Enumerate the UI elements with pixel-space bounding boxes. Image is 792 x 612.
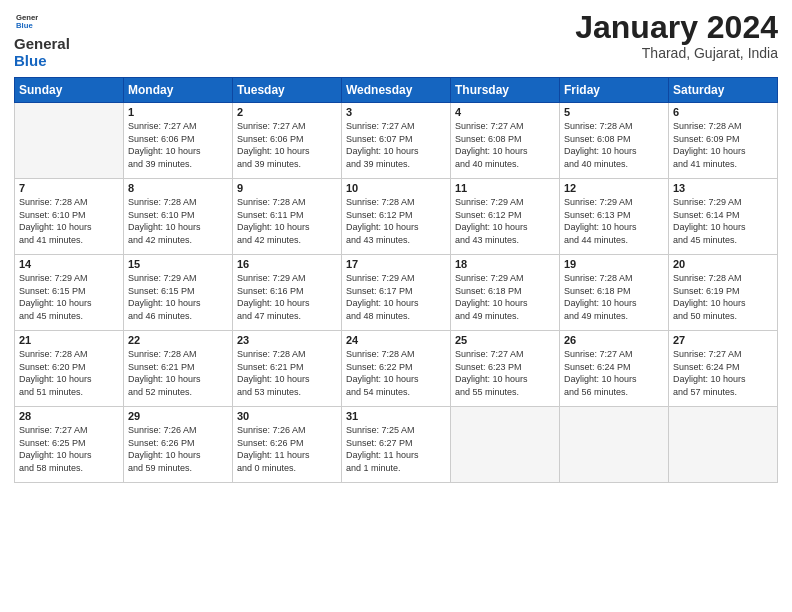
day-number: 19 bbox=[564, 258, 664, 270]
header-sunday: Sunday bbox=[15, 78, 124, 103]
day-cell: 23Sunrise: 7:28 AM Sunset: 6:21 PM Dayli… bbox=[233, 331, 342, 407]
day-info: Sunrise: 7:27 AM Sunset: 6:23 PM Dayligh… bbox=[455, 348, 555, 398]
day-info: Sunrise: 7:28 AM Sunset: 6:10 PM Dayligh… bbox=[19, 196, 119, 246]
day-cell: 30Sunrise: 7:26 AM Sunset: 6:26 PM Dayli… bbox=[233, 407, 342, 483]
day-cell: 19Sunrise: 7:28 AM Sunset: 6:18 PM Dayli… bbox=[560, 255, 669, 331]
day-info: Sunrise: 7:29 AM Sunset: 6:14 PM Dayligh… bbox=[673, 196, 773, 246]
day-cell: 11Sunrise: 7:29 AM Sunset: 6:12 PM Dayli… bbox=[451, 179, 560, 255]
day-number: 1 bbox=[128, 106, 228, 118]
day-info: Sunrise: 7:29 AM Sunset: 6:16 PM Dayligh… bbox=[237, 272, 337, 322]
day-info: Sunrise: 7:29 AM Sunset: 6:17 PM Dayligh… bbox=[346, 272, 446, 322]
day-cell: 14Sunrise: 7:29 AM Sunset: 6:15 PM Dayli… bbox=[15, 255, 124, 331]
day-info: Sunrise: 7:27 AM Sunset: 6:25 PM Dayligh… bbox=[19, 424, 119, 474]
day-info: Sunrise: 7:28 AM Sunset: 6:08 PM Dayligh… bbox=[564, 120, 664, 170]
day-number: 31 bbox=[346, 410, 446, 422]
day-cell: 1Sunrise: 7:27 AM Sunset: 6:06 PM Daylig… bbox=[124, 103, 233, 179]
location-subtitle: Tharad, Gujarat, India bbox=[575, 45, 778, 61]
day-number: 6 bbox=[673, 106, 773, 118]
day-info: Sunrise: 7:29 AM Sunset: 6:13 PM Dayligh… bbox=[564, 196, 664, 246]
day-cell: 21Sunrise: 7:28 AM Sunset: 6:20 PM Dayli… bbox=[15, 331, 124, 407]
day-cell: 31Sunrise: 7:25 AM Sunset: 6:27 PM Dayli… bbox=[342, 407, 451, 483]
day-info: Sunrise: 7:27 AM Sunset: 6:24 PM Dayligh… bbox=[564, 348, 664, 398]
day-number: 25 bbox=[455, 334, 555, 346]
day-number: 22 bbox=[128, 334, 228, 346]
day-cell: 29Sunrise: 7:26 AM Sunset: 6:26 PM Dayli… bbox=[124, 407, 233, 483]
day-info: Sunrise: 7:28 AM Sunset: 6:21 PM Dayligh… bbox=[128, 348, 228, 398]
day-number: 13 bbox=[673, 182, 773, 194]
day-info: Sunrise: 7:29 AM Sunset: 6:12 PM Dayligh… bbox=[455, 196, 555, 246]
day-number: 4 bbox=[455, 106, 555, 118]
svg-text:Blue: Blue bbox=[16, 21, 33, 30]
header-tuesday: Tuesday bbox=[233, 78, 342, 103]
day-info: Sunrise: 7:27 AM Sunset: 6:24 PM Dayligh… bbox=[673, 348, 773, 398]
day-cell bbox=[560, 407, 669, 483]
day-info: Sunrise: 7:28 AM Sunset: 6:11 PM Dayligh… bbox=[237, 196, 337, 246]
day-cell: 7Sunrise: 7:28 AM Sunset: 6:10 PM Daylig… bbox=[15, 179, 124, 255]
day-number: 2 bbox=[237, 106, 337, 118]
day-number: 28 bbox=[19, 410, 119, 422]
day-cell: 18Sunrise: 7:29 AM Sunset: 6:18 PM Dayli… bbox=[451, 255, 560, 331]
day-cell: 10Sunrise: 7:28 AM Sunset: 6:12 PM Dayli… bbox=[342, 179, 451, 255]
day-info: Sunrise: 7:28 AM Sunset: 6:20 PM Dayligh… bbox=[19, 348, 119, 398]
title-block: January 2024 Tharad, Gujarat, India bbox=[575, 10, 778, 61]
calendar-table: SundayMondayTuesdayWednesdayThursdayFrid… bbox=[14, 77, 778, 483]
day-number: 5 bbox=[564, 106, 664, 118]
day-cell: 5Sunrise: 7:28 AM Sunset: 6:08 PM Daylig… bbox=[560, 103, 669, 179]
day-number: 24 bbox=[346, 334, 446, 346]
day-info: Sunrise: 7:28 AM Sunset: 6:21 PM Dayligh… bbox=[237, 348, 337, 398]
week-row-2: 7Sunrise: 7:28 AM Sunset: 6:10 PM Daylig… bbox=[15, 179, 778, 255]
day-info: Sunrise: 7:29 AM Sunset: 6:15 PM Dayligh… bbox=[19, 272, 119, 322]
day-cell: 16Sunrise: 7:29 AM Sunset: 6:16 PM Dayli… bbox=[233, 255, 342, 331]
day-number: 3 bbox=[346, 106, 446, 118]
day-number: 14 bbox=[19, 258, 119, 270]
day-info: Sunrise: 7:28 AM Sunset: 6:22 PM Dayligh… bbox=[346, 348, 446, 398]
day-cell: 3Sunrise: 7:27 AM Sunset: 6:07 PM Daylig… bbox=[342, 103, 451, 179]
day-cell: 12Sunrise: 7:29 AM Sunset: 6:13 PM Dayli… bbox=[560, 179, 669, 255]
week-row-3: 14Sunrise: 7:29 AM Sunset: 6:15 PM Dayli… bbox=[15, 255, 778, 331]
day-cell: 4Sunrise: 7:27 AM Sunset: 6:08 PM Daylig… bbox=[451, 103, 560, 179]
day-number: 23 bbox=[237, 334, 337, 346]
day-number: 7 bbox=[19, 182, 119, 194]
header-saturday: Saturday bbox=[669, 78, 778, 103]
logo: General Blue General Blue bbox=[14, 10, 70, 69]
day-info: Sunrise: 7:28 AM Sunset: 6:12 PM Dayligh… bbox=[346, 196, 446, 246]
day-info: Sunrise: 7:28 AM Sunset: 6:09 PM Dayligh… bbox=[673, 120, 773, 170]
day-cell: 27Sunrise: 7:27 AM Sunset: 6:24 PM Dayli… bbox=[669, 331, 778, 407]
day-cell: 24Sunrise: 7:28 AM Sunset: 6:22 PM Dayli… bbox=[342, 331, 451, 407]
week-row-5: 28Sunrise: 7:27 AM Sunset: 6:25 PM Dayli… bbox=[15, 407, 778, 483]
day-number: 27 bbox=[673, 334, 773, 346]
day-number: 11 bbox=[455, 182, 555, 194]
day-number: 30 bbox=[237, 410, 337, 422]
week-row-1: 1Sunrise: 7:27 AM Sunset: 6:06 PM Daylig… bbox=[15, 103, 778, 179]
day-number: 17 bbox=[346, 258, 446, 270]
day-number: 9 bbox=[237, 182, 337, 194]
day-number: 26 bbox=[564, 334, 664, 346]
day-cell: 15Sunrise: 7:29 AM Sunset: 6:15 PM Dayli… bbox=[124, 255, 233, 331]
day-info: Sunrise: 7:29 AM Sunset: 6:15 PM Dayligh… bbox=[128, 272, 228, 322]
calendar-header-row: SundayMondayTuesdayWednesdayThursdayFrid… bbox=[15, 78, 778, 103]
day-cell: 25Sunrise: 7:27 AM Sunset: 6:23 PM Dayli… bbox=[451, 331, 560, 407]
header-wednesday: Wednesday bbox=[342, 78, 451, 103]
day-info: Sunrise: 7:27 AM Sunset: 6:07 PM Dayligh… bbox=[346, 120, 446, 170]
header-thursday: Thursday bbox=[451, 78, 560, 103]
header-monday: Monday bbox=[124, 78, 233, 103]
day-number: 29 bbox=[128, 410, 228, 422]
day-cell: 20Sunrise: 7:28 AM Sunset: 6:19 PM Dayli… bbox=[669, 255, 778, 331]
day-cell bbox=[669, 407, 778, 483]
day-number: 15 bbox=[128, 258, 228, 270]
day-info: Sunrise: 7:26 AM Sunset: 6:26 PM Dayligh… bbox=[128, 424, 228, 474]
day-info: Sunrise: 7:27 AM Sunset: 6:08 PM Dayligh… bbox=[455, 120, 555, 170]
header-friday: Friday bbox=[560, 78, 669, 103]
day-cell: 2Sunrise: 7:27 AM Sunset: 6:06 PM Daylig… bbox=[233, 103, 342, 179]
day-info: Sunrise: 7:28 AM Sunset: 6:18 PM Dayligh… bbox=[564, 272, 664, 322]
day-number: 21 bbox=[19, 334, 119, 346]
day-cell: 8Sunrise: 7:28 AM Sunset: 6:10 PM Daylig… bbox=[124, 179, 233, 255]
day-number: 16 bbox=[237, 258, 337, 270]
day-info: Sunrise: 7:27 AM Sunset: 6:06 PM Dayligh… bbox=[237, 120, 337, 170]
day-cell: 26Sunrise: 7:27 AM Sunset: 6:24 PM Dayli… bbox=[560, 331, 669, 407]
logo-line1: General bbox=[14, 36, 70, 53]
day-number: 12 bbox=[564, 182, 664, 194]
day-cell: 6Sunrise: 7:28 AM Sunset: 6:09 PM Daylig… bbox=[669, 103, 778, 179]
day-number: 20 bbox=[673, 258, 773, 270]
day-cell: 13Sunrise: 7:29 AM Sunset: 6:14 PM Dayli… bbox=[669, 179, 778, 255]
